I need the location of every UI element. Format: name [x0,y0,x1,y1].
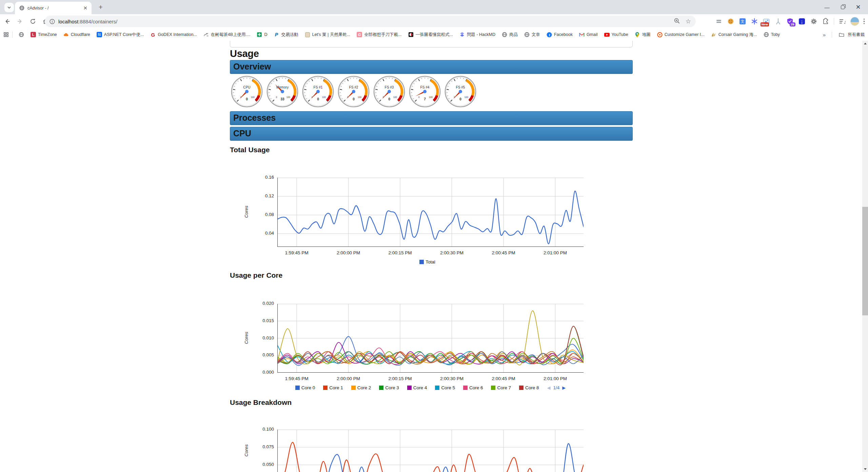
y-axis-title: Cores [244,437,249,464]
x-tick-label: 1:59:45 PM [275,250,319,255]
gear-extension-icon[interactable] [810,18,817,25]
window-minimize-button[interactable]: — [819,0,835,14]
bookmark-star-icon[interactable]: ☆ [686,18,691,25]
window-close-button[interactable]: ✕ [850,0,866,14]
chevron-down-icon [7,5,11,9]
legend-item: Core 7 [491,385,511,390]
bookmark-item[interactable]: Toby [764,32,780,37]
gauge-label: FS #1 [314,85,323,89]
extension-lines-icon[interactable] [715,18,723,25]
bookmarks-overflow-chevron[interactable]: » [823,32,825,38]
bookmark-item[interactable]: G全部都想手刀下載... [357,32,401,38]
forward-button[interactable] [15,16,25,26]
scrollbar-thumb[interactable] [862,207,868,315]
bookmark-item[interactable]: 在树莓派4B上使用.... [203,32,251,38]
site-info-icon[interactable] [50,19,55,24]
bookmark-item[interactable]: Let's 菓 | 天然果乾... [305,32,351,38]
bookmark-item[interactable] [19,32,24,37]
bookmark-item[interactable]: Cloudflare [63,32,90,37]
legend-label: Core 2 [357,385,371,390]
bookmark-favicon-facebook-icon: f [547,32,552,37]
gauge-max-label: 100 [287,96,290,98]
bookmark-item[interactable]: 知ASP.NET Core中使... [97,32,144,38]
total-usage-chart: Cores0.040.080.120.161:59:45 PM2:00:00 P… [230,156,633,270]
bookmark-label: D [264,32,267,37]
bookmark-item[interactable]: D [257,32,267,37]
legend-item: Core 2 [351,385,371,390]
legend-next-arrow[interactable]: ▶ [562,385,566,390]
section-processes: Processes [230,111,633,125]
scrollbar-down-arrow[interactable] [862,466,868,472]
bookmark-item[interactable]: P交易活動 [274,32,298,38]
content-container: Usage Overview CPU 0 100 0 Memory 0 100 … [230,41,633,472]
bookmark-item[interactable]: 商品 [502,32,518,38]
cookie-extension-icon[interactable] [727,18,734,25]
legend-swatch [435,386,439,390]
bookmark-item[interactable]: Corsair Gaming 海... [711,32,757,38]
tab-close-icon[interactable]: ✕ [82,5,89,11]
bookmark-item[interactable]: LTimeZone [31,32,57,37]
bookmarks-divider [12,32,13,38]
legend-label: Core 6 [469,385,483,390]
bookmarks-divider-right [832,32,832,38]
bookmark-label: 全部都想手刀下載... [364,32,401,38]
extensions-puzzle-icon[interactable] [822,18,829,25]
x-tick-label: 2:00:15 PM [378,250,422,255]
bookmark-label: 一張圖看懂寫程式... [416,32,453,38]
translate-extension-icon[interactable]: 文 [739,18,746,25]
legend-label: Core 3 [385,385,399,390]
bookmark-label: Gmail [587,32,598,37]
legend-item: Core 4 [407,385,427,390]
semicolon-extension-icon[interactable]: ; [798,18,806,25]
bookmark-item[interactable]: GGoDEX Internation... [150,32,197,37]
plot-area [277,304,584,373]
bookmark-item[interactable]: Gmail [579,32,598,37]
y-tick-label: 0.005 [248,352,274,357]
legend-label: Core 1 [329,385,343,390]
adguard-extension-icon[interactable]: 29 [786,18,794,25]
zoom-page-icon[interactable] [674,18,680,25]
bookmark-item[interactable]: 一張圖看懂寫程式... [408,32,453,38]
subcontainer-filter-input[interactable] [230,41,633,47]
url-text[interactable]: localhost:8884/containers/ [58,19,117,24]
legend-swatch [295,386,300,390]
bookmark-label: Facebook [554,32,573,37]
all-bookmarks-label[interactable]: 所有書籤 [848,32,865,38]
new-tab-button[interactable]: + [96,3,105,12]
bookmark-favicon-timezone-icon: L [31,32,36,37]
bookmark-item[interactable]: 問題 - HackMD [459,32,495,38]
bookmark-item[interactable]: Customize Gamer I... [657,32,705,37]
reload-button[interactable] [28,16,38,26]
bookmark-item[interactable]: 地圖 [635,32,651,38]
x-tick-label: 2:00:00 PM [327,376,371,381]
plot-area [277,178,584,247]
window-restore-button[interactable] [835,0,850,14]
gauge-max-label: 100 [429,96,433,98]
bookmark-item[interactable]: fFacebook [547,32,573,37]
bookmark-item[interactable]: YouTube [604,32,628,37]
legend-pagination: 1/4 [553,385,560,390]
scrollbar-up-arrow[interactable] [862,41,868,46]
gauge-value: 0 [459,97,461,101]
bookmark-label: Customize Gamer I... [665,32,705,37]
bookmark-favicon-cloudflare-icon [63,32,69,37]
tab-search-button[interactable] [4,3,14,12]
gauge-label: FS #2 [349,85,358,89]
stick-extension-icon[interactable] [774,18,782,25]
profile-avatar[interactable] [850,17,859,26]
bookmark-item[interactable]: 文章 [524,32,540,38]
legend-prev-arrow[interactable]: ◀ [547,385,551,390]
gauge-fs-2: FS #2 0 100 0 [337,75,370,108]
address-bar[interactable]: localhost:8884/containers/ ☆ [45,16,696,27]
gauge-label: CPU [243,85,250,89]
media-controls-icon[interactable]: ♪ [839,18,846,25]
bookmark-favicon-globe-icon [764,32,769,37]
back-button[interactable] [2,16,12,26]
browser-tab-active[interactable]: cAdvisor - / ✕ [15,2,92,14]
bookmark-label: TimeZone [38,32,57,37]
apps-grid-icon[interactable] [3,32,9,37]
screenshot-extension-icon[interactable]: New [763,18,770,25]
browser-menu-icon[interactable] [864,19,865,24]
legend-swatch [491,386,495,390]
asterisk-extension-icon[interactable] [751,18,758,25]
